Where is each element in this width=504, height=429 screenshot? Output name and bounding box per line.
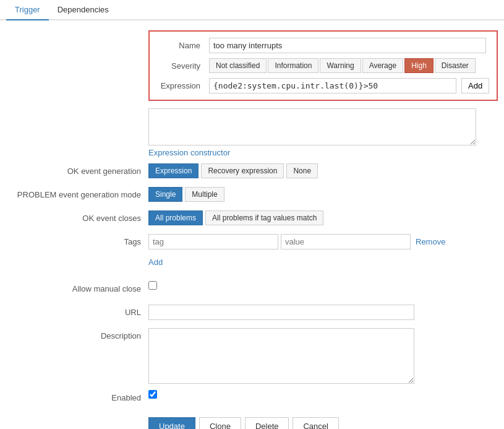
severity-average[interactable]: Average [362,58,403,73]
ok-event-buttons: Expression Recovery expression None [148,163,492,178]
tabs-bar: Trigger Dependencies [0,0,504,20]
severity-high[interactable]: High [404,58,434,73]
tags-add-row: Add [12,258,492,275]
severity-not-classified[interactable]: Not classified [209,58,267,73]
expression-input[interactable] [209,78,456,93]
name-row: Name [157,38,489,53]
expression-row: Expression Add [157,78,489,93]
problem-event-row: PROBLEM event generation mode Single Mul… [12,187,492,204]
name-label: Name [157,41,207,50]
ok-event-generation-label: OK event generation [12,163,148,176]
ok-event-expression-btn[interactable]: Expression [148,163,199,178]
allow-manual-close-row: Allow manual close [12,281,492,298]
description-textarea[interactable] [148,328,414,384]
tags-row: Tags Remove [12,234,492,251]
ok-closes-buttons: All problems All problems if tag values … [148,210,492,225]
trigger-config-box: Name Severity Not classified Information… [148,30,498,101]
allow-manual-close-label: Allow manual close [12,281,148,293]
ok-event-recovery-btn[interactable]: Recovery expression [201,163,284,178]
remove-link[interactable]: Remove [416,237,445,246]
ok-event-generation-row: OK event generation Expression Recovery … [12,163,492,181]
severity-information[interactable]: Information [268,58,318,73]
tags-label: Tags [12,234,148,246]
ok-event-closes-row: OK event closes All problems All problem… [12,210,492,228]
ok-closes-tag-match-btn[interactable]: All problems if tag values match [205,210,323,225]
cancel-button[interactable]: Cancel [293,417,338,429]
description-label: Description [12,328,148,340]
enabled-checkbox[interactable] [148,390,157,399]
url-input[interactable] [148,305,414,320]
enabled-row: Enabled [12,390,492,407]
expression-constructor-link[interactable]: Expression constructor [148,148,492,157]
severity-disaster[interactable]: Disaster [435,58,476,73]
expression-textarea[interactable] [148,108,476,145]
allow-manual-close-checkbox[interactable] [148,281,157,290]
severity-row: Severity Not classified Information Warn… [157,58,489,73]
value-input[interactable] [281,234,411,249]
severity-warning[interactable]: Warning [320,58,361,73]
clone-button[interactable]: Clone [199,417,241,429]
problem-multiple-btn[interactable]: Multiple [185,187,224,202]
ok-event-none-btn[interactable]: None [286,163,318,178]
name-input[interactable] [209,38,486,53]
tag-input[interactable] [148,234,278,249]
action-buttons: Update Clone Delete Cancel [148,417,492,429]
enabled-label: Enabled [12,390,148,402]
problem-event-buttons: Single Multiple [148,187,492,202]
tags-area: Remove [148,234,492,249]
update-button[interactable]: Update [148,417,195,429]
delete-button[interactable]: Delete [245,417,289,429]
expression-add-button[interactable]: Add [461,78,489,93]
url-row: URL [12,305,492,322]
form-container: Name Severity Not classified Information… [0,27,504,429]
tab-dependencies[interactable]: Dependencies [49,0,117,20]
severity-buttons: Not classified Information Warning Avera… [209,58,476,73]
url-label: URL [12,305,148,317]
severity-label: Severity [157,61,207,71]
tags-add-link[interactable]: Add [148,258,163,267]
problem-single-btn[interactable]: Single [148,187,182,202]
ok-event-closes-label: OK event closes [12,210,148,223]
ok-closes-all-problems-btn[interactable]: All problems [148,210,203,225]
tab-trigger[interactable]: Trigger [6,0,49,20]
description-row: Description [12,328,492,384]
expression-label: Expression [157,81,207,90]
problem-event-label: PROBLEM event generation mode [12,187,148,199]
